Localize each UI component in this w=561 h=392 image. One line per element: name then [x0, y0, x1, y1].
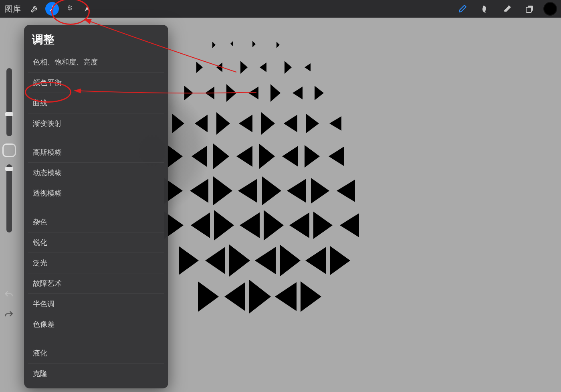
svg-marker-28: [192, 146, 207, 167]
svg-marker-32: [282, 146, 298, 167]
menu-item-noise[interactable]: 杂色: [28, 212, 164, 232]
svg-marker-24: [284, 115, 297, 132]
wrench-icon: [30, 4, 39, 13]
selection-s-icon: [66, 5, 74, 13]
arrow-cursor-icon: [83, 5, 91, 13]
svg-marker-49: [313, 212, 333, 239]
svg-marker-45: [214, 210, 234, 240]
side-slider-panel: [0, 68, 18, 232]
menu-item-curves[interactable]: 曲线: [28, 93, 164, 113]
svg-marker-15: [248, 87, 258, 99]
popover-title: 调整: [24, 25, 168, 52]
svg-marker-16: [270, 84, 280, 102]
menu-item-gradient-map[interactable]: 渐变映射: [28, 113, 164, 133]
selection-button[interactable]: [61, 0, 79, 18]
svg-marker-5: [276, 42, 280, 48]
svg-marker-37: [213, 176, 232, 205]
redo-icon: [4, 310, 14, 322]
color-swatch[interactable]: [543, 2, 557, 16]
svg-marker-36: [190, 179, 208, 203]
svg-marker-41: [311, 178, 329, 204]
svg-marker-56: [305, 247, 326, 274]
svg-marker-40: [287, 179, 306, 203]
svg-marker-27: [167, 145, 183, 168]
svg-marker-9: [260, 63, 266, 72]
svg-marker-59: [224, 282, 245, 311]
layers-icon: [525, 4, 535, 14]
svg-marker-42: [337, 180, 355, 202]
svg-marker-30: [236, 146, 252, 167]
svg-marker-51: [179, 246, 199, 275]
svg-marker-47: [264, 210, 284, 240]
svg-marker-54: [255, 247, 276, 274]
adjustments-button[interactable]: [43, 0, 61, 18]
menu-item-motion-blur[interactable]: 动态模糊: [28, 163, 164, 183]
brush-icon: [458, 4, 467, 14]
svg-marker-60: [249, 280, 271, 313]
brush-size-slider[interactable]: [6, 68, 12, 136]
menu-item-chromatic-aberration[interactable]: 色像差: [28, 314, 164, 334]
svg-marker-3: [230, 41, 233, 46]
svg-marker-12: [184, 86, 193, 100]
svg-marker-58: [198, 281, 219, 312]
menu-item-sharpen[interactable]: 锐化: [28, 232, 164, 253]
svg-marker-39: [262, 176, 281, 205]
modify-button[interactable]: [2, 143, 16, 157]
menu-item-hsb[interactable]: 色相、饱和度、亮度: [28, 52, 164, 73]
menu-item-gaussian-blur[interactable]: 高斯模糊: [28, 142, 164, 163]
svg-marker-14: [226, 84, 236, 102]
svg-rect-1: [526, 7, 531, 12]
transform-button[interactable]: [79, 0, 96, 18]
adjustments-popover: 调整 色相、饱和度、亮度 颜色平衡 曲线 渐变映射 高斯模糊 动态模糊 透视模糊…: [24, 25, 168, 388]
undo-icon: [4, 290, 14, 302]
gallery-button[interactable]: 图库: [5, 4, 21, 14]
brush-opacity-thumb[interactable]: [5, 167, 13, 171]
svg-marker-21: [216, 112, 230, 135]
svg-marker-31: [259, 143, 275, 169]
menu-item-halftone[interactable]: 半色调: [28, 294, 164, 314]
brush-button[interactable]: [454, 0, 471, 18]
svg-marker-18: [315, 86, 324, 100]
svg-marker-29: [213, 143, 229, 169]
svg-marker-50: [340, 213, 359, 237]
layers-button[interactable]: [521, 0, 539, 18]
actions-button[interactable]: [26, 0, 43, 18]
eraser-button[interactable]: [498, 0, 516, 18]
smudge-button[interactable]: [476, 0, 494, 18]
svg-marker-61: [275, 282, 297, 311]
menu-item-clone[interactable]: 克隆: [28, 364, 164, 384]
svg-marker-26: [329, 116, 341, 131]
menu-item-perspective-blur[interactable]: 透视模糊: [28, 183, 164, 203]
svg-marker-13: [205, 87, 214, 99]
svg-marker-22: [239, 115, 252, 132]
svg-marker-10: [285, 61, 292, 74]
svg-marker-62: [301, 281, 321, 312]
svg-marker-57: [330, 246, 350, 275]
menu-item-liquify[interactable]: 液化: [28, 343, 164, 364]
canvas-artwork: [160, 34, 369, 322]
svg-marker-7: [216, 63, 222, 72]
menu-item-glitch[interactable]: 故障艺术: [28, 273, 164, 294]
svg-marker-53: [229, 244, 250, 277]
menu-item-color-balance[interactable]: 颜色平衡: [28, 73, 164, 93]
menu-item-bloom[interactable]: 泛光: [28, 253, 164, 273]
svg-marker-17: [293, 87, 303, 99]
svg-marker-46: [240, 212, 260, 238]
wand-icon: [45, 2, 59, 16]
undo-button[interactable]: [2, 289, 16, 303]
svg-marker-38: [238, 179, 257, 203]
svg-marker-8: [240, 61, 248, 74]
svg-marker-23: [261, 112, 275, 135]
top-toolbar: 图库: [0, 0, 561, 18]
eraser-icon: [502, 4, 512, 14]
svg-marker-44: [191, 212, 210, 238]
brush-opacity-slider[interactable]: [6, 164, 12, 232]
smudge-icon: [480, 4, 490, 14]
svg-marker-33: [305, 145, 320, 168]
brush-size-thumb[interactable]: [5, 112, 13, 116]
svg-marker-34: [329, 147, 344, 166]
svg-marker-4: [252, 41, 256, 47]
svg-marker-6: [196, 62, 203, 73]
redo-button[interactable]: [2, 309, 16, 323]
svg-marker-25: [306, 114, 319, 133]
